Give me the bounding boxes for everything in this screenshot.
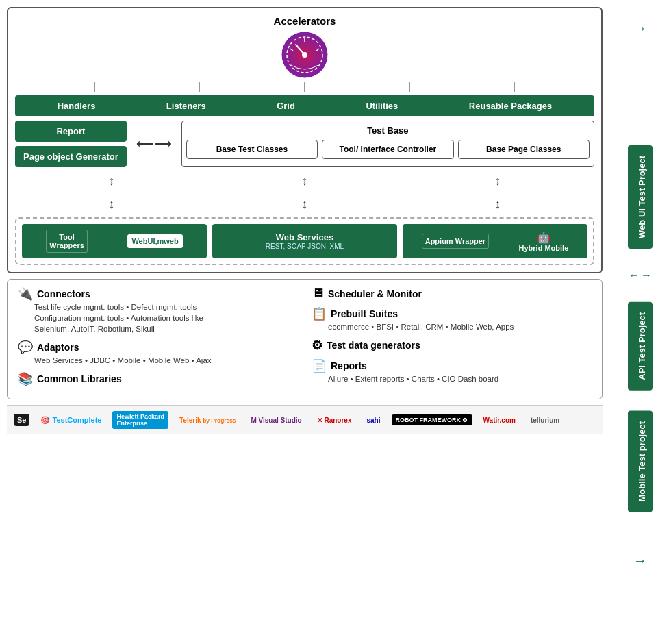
vert-arrows-top: ↕ ↕ ↕ — [15, 171, 594, 191]
tool-wrappers-label: ToolWrappers — [46, 230, 88, 253]
connectors-title: 🔌 Connectors — [18, 286, 298, 301]
connectors-icon: 🔌 — [18, 286, 33, 301]
datagenerators-label: Test data generators — [327, 340, 420, 351]
logo-testcomplete: 🎯 TestComplete — [36, 414, 105, 427]
reusable-label: Reusable Packages — [466, 101, 555, 111]
scheduler-icon: 🖥 — [312, 286, 324, 301]
arrow-right-top-icon: → — [633, 21, 647, 36]
base-test-classes: Base Test Classes — [186, 140, 318, 159]
sidebar-api: API Test Project — [628, 302, 653, 391]
report-testbase: Report Page object Generator ⟵⟶ Test Bas… — [15, 121, 594, 167]
mid-arrows: ← → — [629, 269, 652, 282]
datagenerators-item: ⚙ Test data generators — [312, 338, 592, 353]
appium-group: Appium Wrapper 🤖 Hybrid Mobile — [403, 224, 587, 258]
col-line-1 — [94, 82, 95, 92]
libraries-title: 📚 Common Libraries — [18, 371, 298, 386]
footer-logos: Se 🎯 TestComplete Hewlett PackardEnterpr… — [7, 405, 603, 434]
connectors-item: 🔌 Connectors Test life cycle mgmt. tools… — [18, 286, 298, 334]
framework-box: Accelerators — [7, 7, 603, 273]
adaptors-text: Web Services • JDBC • Mobile • Mobile We… — [34, 355, 298, 366]
reports-label: Reports — [331, 360, 367, 371]
sidebar-api-label: API Test Project — [637, 312, 647, 380]
appium-wrapper-label: Appium Wrapper — [422, 234, 489, 249]
accelerators-title: Accelerators — [15, 15, 594, 27]
rest-soap-label: REST, SOAP JSON, XML — [266, 243, 344, 250]
base-page-classes: Base Page Classes — [458, 140, 590, 159]
col-lines — [15, 82, 594, 92]
reports-text: Allure • Extent reports • Charts • CIO D… — [328, 373, 592, 384]
left-content: Accelerators — [0, 0, 609, 644]
vert-arrow-3: ↕ — [495, 174, 501, 188]
horizontal-line — [15, 193, 594, 193]
top-right-arrow: → — [609, 21, 671, 36]
report-arrow-1: ⟵⟶ — [132, 121, 176, 167]
arrow-left-mid: ← — [629, 269, 640, 282]
testbase-box: Test Base Base Test Classes Tool/ Interf… — [181, 121, 594, 167]
col-line-5 — [514, 82, 515, 92]
logo-hp: Hewlett PackardEnterprise — [112, 411, 168, 429]
sidebar-mobile-label: Mobile Test project — [637, 421, 647, 502]
vert-arrows-bottom: ↕ ↕ ↕ — [15, 195, 594, 214]
connectors-text: Test life cycle mgmt. tools • Defect mgm… — [34, 301, 298, 334]
speedometer-icon — [281, 31, 329, 79]
testbase-title: Test Base — [186, 125, 590, 136]
suites-icon: 📋 — [312, 306, 327, 321]
utilities-label: Utilities — [362, 101, 401, 111]
adaptors-label: Adaptors — [37, 342, 79, 353]
right-sidebar: → Web UI Test Project ← → API Test Proje… — [609, 0, 671, 644]
datagenerators-icon: ⚙ — [312, 338, 322, 353]
vert-arrow-1: ↕ — [109, 174, 115, 188]
bottom-right-arrow: → — [609, 553, 671, 569]
suites-label: Prebuilt Suites — [331, 308, 398, 319]
adaptors-icon: 💬 — [18, 340, 33, 355]
suites-title: 📋 Prebuilt Suites — [312, 306, 592, 321]
listeners-label: Listeners — [163, 101, 210, 111]
arrow-right-bottom-icon: → — [633, 553, 647, 569]
android-apple-icons: 🤖 — [519, 231, 569, 244]
logo-watir: Watir.com — [479, 414, 520, 426]
report-btn: Report — [15, 121, 127, 142]
vert-arrow-5: ↕ — [302, 197, 308, 212]
arrow-right-mid: → — [641, 269, 652, 282]
vert-arrow-6: ↕ — [495, 197, 501, 212]
handler-label: Handlers — [54, 101, 99, 111]
tool-interface-controller: Tool/ Interface Controller — [322, 140, 453, 159]
scheduler-item: 🖥 Scheduler & Monitor — [312, 286, 592, 301]
scheduler-label: Scheduler & Monitor — [328, 288, 422, 299]
web-services-group: Web Services REST, SOAP JSON, XML — [212, 224, 397, 258]
logo-visualstudio: M Visual Studio — [246, 414, 305, 426]
sidebar-web-ui: Web UI Test Project — [628, 145, 653, 249]
testbase-cols: Base Test Classes Tool/ Interface Contro… — [186, 140, 590, 159]
sidebar-web-ui-label: Web UI Test Project — [637, 156, 647, 238]
suites-item: 📋 Prebuilt Suites ecommerce • BFSI • Ret… — [312, 306, 592, 332]
green-bar: Handlers Listeners Grid Utilities Reusab… — [15, 95, 594, 116]
scheduler-title: 🖥 Scheduler & Monitor — [312, 286, 592, 301]
logo-tellurium: tellurium — [527, 414, 564, 426]
tool-wrappers-group: ToolWrappers WebUI,mweb — [22, 224, 207, 258]
libraries-label: Common Libraries — [37, 373, 122, 384]
connectors-label: Connectors — [37, 288, 90, 299]
reports-icon: 📄 — [312, 358, 327, 373]
logo-robot: ROBOT FRAMEWORK ⊙ — [392, 414, 472, 425]
info-left-col: 🔌 Connectors Test life cycle mgmt. tools… — [18, 286, 298, 392]
libraries-icon: 📚 — [18, 371, 33, 386]
col-line-4 — [409, 82, 410, 92]
adaptors-title: 💬 Adaptors — [18, 340, 298, 355]
logo-selenium: Se — [14, 414, 29, 426]
col-line-2 — [199, 82, 200, 92]
info-right-col: 🖥 Scheduler & Monitor 📋 Prebuilt Suites … — [312, 286, 592, 392]
vert-arrow-4: ↕ — [109, 197, 115, 212]
main-container: Accelerators — [0, 0, 671, 644]
web-services-label: Web Services — [266, 232, 344, 243]
speedometer-container — [15, 31, 594, 79]
svg-point-6 — [302, 52, 307, 58]
suites-text: ecommerce • BFSI • Retail, CRM • Mobile … — [328, 321, 592, 332]
adaptors-item: 💬 Adaptors Web Services • JDBC • Mobile … — [18, 340, 298, 366]
webui-label: WebUI,mweb — [127, 234, 182, 248]
logo-telerik: Telerik by Progress — [175, 414, 240, 426]
libraries-item: 📚 Common Libraries — [18, 371, 298, 386]
page-object-btn: Page object Generator — [15, 146, 127, 167]
col-line-3 — [304, 82, 305, 92]
logo-ranorex: ✕ Ranorex — [313, 414, 356, 426]
reports-item: 📄 Reports Allure • Extent reports • Char… — [312, 358, 592, 384]
